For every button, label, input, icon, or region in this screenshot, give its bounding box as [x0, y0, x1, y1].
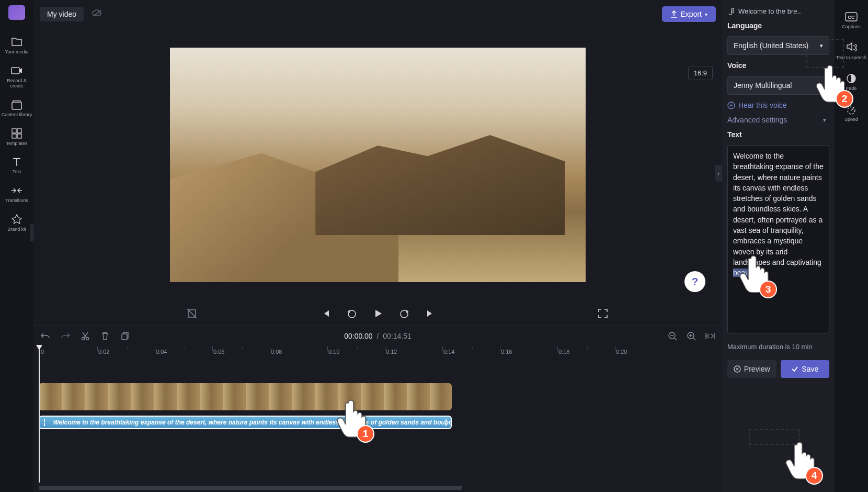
svg-rect-6 [17, 134, 21, 138]
fade-icon [845, 72, 858, 85]
timeline-scrollbar[interactable] [39, 486, 462, 490]
video-clip[interactable] [39, 383, 452, 410]
timeline-ruler[interactable]: 00:020:040:060:080:100:120:140:160:180:2… [33, 345, 722, 361]
rewind-button[interactable] [345, 307, 359, 320]
text-label: Text [727, 130, 829, 139]
chevron-down-icon: ▾ [705, 12, 707, 17]
play-button[interactable] [371, 307, 385, 320]
ruler-tick: 0:12 [386, 349, 397, 355]
ruler-tick: 0:04 [156, 349, 167, 355]
speed-icon [845, 103, 858, 116]
camera-icon [10, 64, 23, 77]
cc-icon: CC [845, 10, 858, 23]
preview-button[interactable]: Preview [727, 360, 776, 378]
help-button[interactable]: ? [684, 271, 705, 292]
nav-label: Speed [844, 117, 858, 122]
ruler-tick: 0:18 [558, 349, 569, 355]
forward-button[interactable] [397, 307, 411, 320]
svg-point-10 [82, 337, 85, 340]
skip-back-button[interactable] [319, 307, 333, 320]
library-icon [10, 98, 23, 111]
ruler-tick: 0:06 [213, 349, 224, 355]
skip-forward-button[interactable] [424, 307, 437, 320]
crop-button[interactable] [185, 307, 199, 320]
split-button[interactable] [79, 330, 91, 342]
cloud-sync-icon[interactable] [92, 9, 102, 19]
text-to-speech-panel: Welcome to the bre.. Language English (U… [722, 0, 835, 492]
zoom-out-button[interactable] [667, 330, 678, 342]
music-note-icon [727, 8, 734, 15]
nav-label: Text [13, 170, 21, 175]
save-button[interactable]: Save [781, 360, 830, 378]
svg-rect-12 [122, 334, 127, 340]
undo-button[interactable] [40, 330, 51, 342]
nav-speed[interactable]: Speed [835, 100, 868, 126]
timeline-timecode: 00:00.00 / 00:14.51 [344, 332, 412, 340]
svg-text:CC: CC [848, 15, 855, 20]
templates-icon [10, 127, 23, 140]
duplicate-button[interactable] [119, 330, 131, 342]
play-circle-icon [734, 365, 741, 373]
fullscreen-button[interactable] [596, 307, 610, 320]
folder-icon [10, 36, 23, 48]
text-icon [10, 155, 23, 168]
ruler-tick: 0:14 [443, 349, 454, 355]
fit-timeline-button[interactable] [704, 330, 716, 342]
clip-text: Welcome to the breathtaking expanse of t… [53, 419, 452, 426]
nav-text[interactable]: Text [0, 152, 33, 178]
ruler-tick: 0:20 [616, 349, 627, 355]
delete-button[interactable] [99, 330, 111, 342]
voice-label: Voice [727, 61, 829, 70]
advanced-settings-toggle[interactable]: Advanced settings ▾ [727, 116, 829, 124]
clip-handle-right[interactable] [446, 419, 448, 426]
video-preview[interactable] [170, 48, 586, 282]
nav-transitions[interactable]: Transitions [0, 181, 33, 207]
language-label: Language [727, 21, 829, 30]
clip-handle-left[interactable] [44, 419, 45, 426]
ruler-tick: 0:16 [501, 349, 512, 355]
nav-label: Fade [846, 86, 857, 92]
nav-your-media[interactable]: Your media [0, 32, 33, 58]
nav-record-create[interactable]: Record & create [0, 61, 33, 92]
nav-text-to-speech[interactable]: Text to speech [835, 38, 868, 64]
svg-point-11 [86, 337, 89, 340]
tts-text-input[interactable]: Welcome to the breathtaking expanse of t… [727, 145, 829, 333]
export-button[interactable]: Export ▾ [662, 6, 716, 22]
app-logo[interactable] [8, 5, 25, 20]
project-title[interactable]: My video [40, 7, 84, 21]
nav-label: Transitions [5, 198, 28, 204]
nav-label: Templates [6, 141, 27, 147]
nav-label: Your media [5, 50, 28, 55]
selected-text: beauty. [733, 269, 757, 277]
panel-header-text: Welcome to the bre.. [738, 7, 801, 15]
ruler-tick: 0:10 [328, 349, 339, 355]
nav-label: Record & create [1, 79, 32, 89]
svg-point-9 [401, 310, 408, 318]
svg-point-8 [348, 310, 356, 318]
ruler-tick: 0:02 [98, 349, 109, 355]
panel-header: Welcome to the bre.. [727, 7, 829, 15]
play-circle-icon [727, 102, 735, 109]
chevron-down-icon: ▾ [820, 42, 823, 49]
language-select[interactable]: English (United States) ▾ [727, 36, 829, 55]
nav-captions[interactable]: CC Captions [835, 7, 868, 33]
playhead[interactable] [39, 346, 40, 483]
svg-rect-2 [13, 100, 20, 102]
chevron-down-icon: ▾ [820, 82, 823, 89]
aspect-ratio-button[interactable]: 16:9 [688, 66, 713, 80]
tts-audio-clip[interactable]: Welcome to the breathtaking expanse of t… [39, 416, 452, 429]
brand-icon [10, 213, 23, 226]
max-duration-note: Maximum duration is 10 min [727, 343, 829, 351]
ruler-tick: 0 [41, 349, 44, 355]
nav-content-library[interactable]: Content library [0, 95, 33, 121]
voice-select[interactable]: Jenny Multilingual ▾ [727, 76, 829, 95]
nav-brand-kit[interactable]: Brand kit [0, 210, 33, 236]
nav-fade[interactable]: Fade [835, 69, 868, 95]
nav-templates[interactable]: Templates [0, 124, 33, 150]
right-panel-toggle[interactable]: › [715, 165, 722, 182]
redo-button[interactable] [60, 330, 71, 342]
upload-icon [670, 10, 678, 18]
zoom-in-button[interactable] [686, 330, 697, 342]
hear-voice-button[interactable]: Hear this voice [727, 101, 829, 109]
svg-rect-3 [12, 129, 16, 133]
